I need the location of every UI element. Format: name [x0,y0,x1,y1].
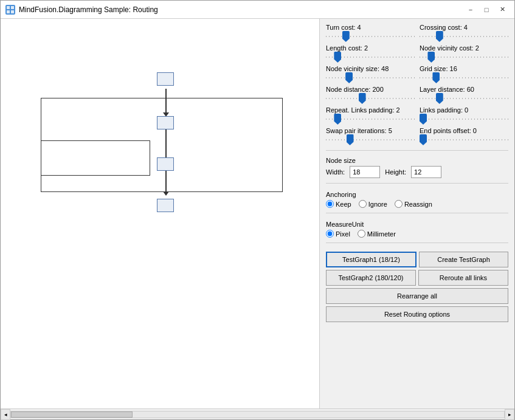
pixel-option[interactable]: Pixel [326,230,350,238]
divider-3 [326,213,508,213]
millimeter-radio[interactable] [358,230,365,238]
anchoring-keep-option[interactable]: Keep [326,200,351,208]
diagram-node-4[interactable] [157,199,174,212]
maximize-button[interactable]: □ [479,4,494,16]
node-vicinity-size-group: Node vicinity size: 48 [326,65,415,82]
pixel-radio[interactable] [326,230,334,238]
crossing-cost-slider[interactable] [420,32,508,41]
layer-distance-label: Layer distance: 60 [420,86,508,93]
slider-row-1: Turn cost: 4 Crossing cost: 4 [326,24,508,41]
titlebar-left: MindFusion.Diagramming Sample: Routing [5,5,158,15]
repeat-links-padding-label: Repeat. Links padding: 2 [326,106,415,114]
slider-row-6: Swap pair iterations: 5 End points offse… [326,127,508,144]
swap-pair-iterations-slider[interactable] [326,136,415,144]
main-content: Turn cost: 4 Crossing cost: 4 Length cos… [1,19,514,408]
length-cost-slider[interactable] [326,53,415,61]
turn-cost-group: Turn cost: 4 [326,24,415,41]
anchoring-radio-group: Keep Ignore Reassign [326,200,508,208]
layer-distance-group: Layer distance: 60 [420,86,508,103]
scroll-track[interactable] [10,411,505,418]
measure-unit-section: MeasureUnit Pixel Millimeter [326,221,508,238]
window-controls: − □ ✕ [463,4,510,16]
swap-pair-iterations-label: Swap pair iterations: 5 [326,127,415,134]
links-padding-label: Links padding: 0 [420,106,508,114]
links-padding-group: Links padding: 0 [420,106,508,123]
anchoring-ignore-radio[interactable] [359,200,367,208]
divider-4 [326,243,508,243]
svg-rect-2 [7,10,10,13]
end-points-offset-slider[interactable] [420,136,508,144]
node-size-inputs: Width: Height: [326,166,508,178]
measure-unit-label: MeasureUnit [326,221,508,228]
test-graph1-button[interactable]: TestGraph1 (18/12) [326,252,416,267]
layer-distance-slider[interactable] [420,94,508,103]
turn-cost-label: Turn cost: 4 [326,24,415,31]
slider-row-5: Repeat. Links padding: 2 Links padding: … [326,106,508,123]
node-vicinity-cost-group: Node vicinity cost: 2 [420,44,508,61]
diagram-canvas[interactable] [1,19,320,408]
swap-pair-iterations-group: Swap pair iterations: 5 [326,127,415,144]
length-cost-label: Length cost: 2 [326,44,415,52]
millimeter-option[interactable]: Millimeter [358,230,396,238]
height-input[interactable] [411,166,441,178]
scroll-right-arrow[interactable]: ▸ [505,409,514,420]
slider-row-3: Node vicinity size: 48 Grid size: 16 [326,65,508,82]
create-test-graph-button[interactable]: Create TestGraph [419,252,508,267]
rearrange-all-button[interactable]: Rearrange all [326,288,508,304]
connector-line-3 [165,171,167,195]
node-distance-group: Node distance: 200 [326,86,415,103]
node-vicinity-size-slider[interactable] [326,74,415,82]
app-icon [5,5,15,15]
anchoring-ignore-option[interactable]: Ignore [359,200,387,208]
end-points-offset-group: End points offset: 0 [420,127,508,144]
turn-cost-slider[interactable] [326,32,415,41]
reset-routing-options-button[interactable]: Reset Routing options [326,306,508,322]
buttons-area: TestGraph1 (18/12) Create TestGraph Test… [326,252,508,325]
minimize-button[interactable]: − [463,4,478,16]
repeat-links-padding-group: Repeat. Links padding: 2 [326,106,415,123]
divider-2 [326,183,508,184]
anchoring-keep-radio[interactable] [326,200,334,208]
anchoring-reassign-option[interactable]: Reassign [395,200,432,208]
crossing-cost-group: Crossing cost: 4 [420,24,508,41]
scroll-thumb[interactable] [11,411,133,418]
svg-rect-3 [11,10,14,13]
titlebar: MindFusion.Diagramming Sample: Routing −… [1,1,514,19]
right-panel: Turn cost: 4 Crossing cost: 4 Length cos… [320,19,514,408]
diagram-node-3[interactable] [157,157,174,171]
anchoring-reassign-radio[interactable] [395,200,403,208]
crossing-cost-label: Crossing cost: 4 [420,24,508,31]
grid-size-slider[interactable] [420,74,508,82]
grid-size-label: Grid size: 16 [420,65,508,72]
node-vicinity-cost-slider[interactable] [420,53,508,61]
width-input[interactable] [350,166,380,178]
width-label: Width: [326,168,345,176]
links-padding-slider[interactable] [420,115,508,123]
reroute-all-links-button[interactable]: Reroute all links [418,270,508,286]
anchoring-label: Anchoring [326,191,508,198]
node-distance-slider[interactable] [326,94,415,103]
anchoring-section: Anchoring Keep Ignore Reassign [326,191,508,208]
measure-unit-radio-group: Pixel Millimeter [326,230,508,238]
buttons-row-2: TestGraph2 (180/120) Reroute all links [326,270,508,286]
node-vicinity-size-label: Node vicinity size: 48 [326,65,415,72]
main-window: MindFusion.Diagramming Sample: Routing −… [0,0,515,420]
height-label: Height: [385,168,406,176]
scroll-left-arrow[interactable]: ◂ [1,409,10,420]
test-graph2-button[interactable]: TestGraph2 (180/120) [326,270,416,286]
svg-rect-0 [7,6,10,9]
length-cost-group: Length cost: 2 [326,44,415,61]
divider-1 [326,150,508,151]
node-size-label: Node size [326,157,508,164]
grid-size-group: Grid size: 16 [420,65,508,82]
node-size-section: Node size Width: Height: [326,157,508,178]
svg-rect-1 [11,6,14,9]
diagram-node-1[interactable] [157,72,174,86]
repeat-links-padding-slider[interactable] [326,115,415,123]
window-title: MindFusion.Diagramming Sample: Routing [19,5,158,14]
node-vicinity-cost-label: Node vicinity cost: 2 [420,44,508,52]
bottom-scrollbar: ◂ ▸ [1,408,514,419]
diagram-rect-2 [41,140,150,176]
slider-row-2: Length cost: 2 Node vicinity cost: 2 [326,44,508,61]
close-button[interactable]: ✕ [495,4,510,16]
